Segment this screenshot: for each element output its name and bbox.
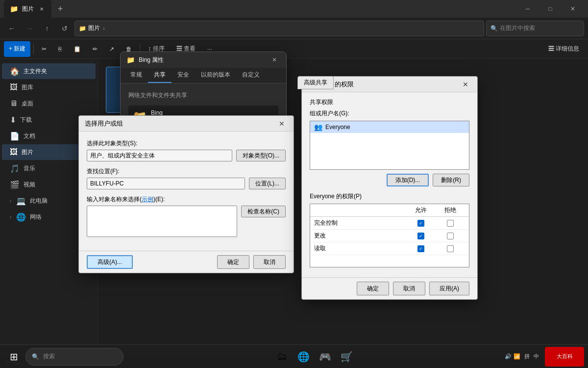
remove-user-button[interactable]: 删除(R)	[433, 174, 469, 186]
tab-icon: 📁	[10, 5, 18, 13]
share-section-title: 网络文件和文件夹共享	[128, 91, 278, 100]
paste-button[interactable]: 📋	[69, 41, 86, 57]
checkbox-allow-change[interactable]: ✓	[417, 233, 424, 239]
deny-col-header: 拒绝	[436, 206, 465, 214]
downloads-icon: ⬇	[10, 115, 16, 125]
taskbar-right: 🔊 📶 拼 中	[505, 353, 539, 360]
perms-close-button[interactable]: ✕	[460, 79, 471, 90]
thispc-icon: 💻	[16, 196, 26, 206]
perms-ok-button[interactable]: 确定	[357, 282, 389, 295]
address-icon: 📁	[79, 25, 86, 32]
cut-button[interactable]: ✂	[37, 41, 51, 57]
new-button[interactable]: + 新建	[4, 41, 30, 57]
taskbar-icon-store[interactable]: 🛒	[337, 347, 356, 367]
time-indicator: 中	[534, 353, 539, 360]
address-separator: ›	[103, 25, 105, 32]
select-user-close-button[interactable]: ✕	[276, 118, 288, 130]
advanced-button[interactable]: 高级(A)...	[87, 255, 133, 269]
user-everyone[interactable]: 👥 Everyone	[310, 121, 469, 133]
tab-previous[interactable]: 以前的版本	[195, 68, 236, 83]
checkbox-deny-fullcontrol[interactable]	[447, 220, 454, 227]
allow-change[interactable]: ✓	[406, 233, 436, 239]
dialog-select-user[interactable]: 选择用户或组 ✕ 选择此对象类型(S): 用户、组或内置安全主体 对象类型(O)…	[78, 115, 294, 273]
sidebar-item-gallery[interactable]: 🖼 图库	[2, 79, 96, 95]
dialog-perms[interactable]: 📁 Bing 的权限 ✕ 共享权限 组或用户名(G): 👥 Everyone 添…	[301, 76, 478, 300]
videos-icon: 🎬	[10, 180, 20, 189]
add-remove-buttons: 添加(D)... 删除(R)	[310, 174, 469, 186]
add-user-button[interactable]: 添加(D)...	[387, 174, 429, 186]
maximize-button[interactable]: □	[539, 0, 562, 18]
select-user-title-bar: 选择用户或组 ✕	[79, 116, 294, 131]
check-names-button[interactable]: 检查名称(C)	[241, 206, 286, 217]
search-icon: 🔍	[490, 25, 498, 32]
tab-label: 图片	[22, 5, 34, 13]
deny-read[interactable]	[436, 245, 465, 252]
perms-table-header: 允许 拒绝	[310, 204, 469, 217]
close-button[interactable]: ✕	[562, 0, 584, 18]
deny-change[interactable]	[436, 233, 465, 239]
start-button[interactable]: ⊞	[4, 347, 24, 367]
rename-button[interactable]: ✏	[88, 41, 102, 57]
taskbar-search[interactable]: 🔍 搜索	[25, 348, 123, 366]
tab-close-button[interactable]: ✕	[38, 5, 46, 13]
location-label: 查找位置(F):	[87, 167, 286, 176]
perms-cancel-button[interactable]: 取消	[393, 282, 425, 295]
allow-read[interactable]: ✓	[406, 245, 436, 252]
taskbar-icon-game[interactable]: 🎮	[315, 347, 335, 367]
checkbox-deny-change[interactable]	[447, 233, 454, 239]
select-user-cancel-button[interactable]: 取消	[253, 255, 286, 269]
select-user-ok-button[interactable]: 确定	[217, 255, 249, 269]
object-name-input[interactable]	[87, 206, 237, 237]
address-bar[interactable]: 📁 图片 ›	[74, 21, 484, 36]
tab-share[interactable]: 共享	[148, 68, 172, 83]
music-icon: 🎵	[10, 164, 20, 173]
up-button[interactable]: ↑	[39, 21, 55, 36]
minimize-button[interactable]: ─	[516, 0, 539, 18]
bing-props-close-button[interactable]: ✕	[269, 54, 280, 66]
object-type-value: 用户、组或内置安全主体	[87, 150, 232, 161]
share-button[interactable]: ↗	[104, 41, 119, 57]
allow-fullcontrol[interactable]: ✓	[406, 220, 436, 227]
tab-custom[interactable]: 自定义	[236, 68, 266, 83]
sidebar-label-network: 网络	[30, 213, 42, 221]
refresh-button[interactable]: ↺	[57, 21, 73, 36]
object-type-button[interactable]: 对象类型(O)...	[236, 150, 286, 161]
perm-row-change: 更改 ✓	[310, 230, 469, 242]
details-button[interactable]: ☰ 详细信息	[543, 41, 584, 57]
object-type-row: 用户、组或内置安全主体 对象类型(O)...	[87, 150, 286, 161]
sidebar-item-home[interactable]: 🏠 主文件夹	[2, 63, 96, 79]
desktop-icon: 🖥	[10, 99, 18, 108]
checkbox-allow-fullcontrol[interactable]: ✓	[417, 220, 424, 227]
perm-row-read: 读取 ✓	[310, 242, 469, 255]
back-button[interactable]: ←	[4, 21, 20, 36]
search-bar[interactable]: 🔍 在图片中搜索	[486, 21, 584, 36]
new-tab-button[interactable]: +	[51, 0, 69, 18]
copy-button[interactable]: ⎘	[53, 41, 67, 57]
example-link[interactable]: 示例	[142, 196, 153, 203]
taskbar-icon-earth[interactable]: 🌐	[294, 347, 313, 367]
checkbox-deny-read[interactable]	[447, 245, 454, 252]
pictures-icon: 🖼	[10, 148, 18, 157]
tab-security[interactable]: 安全	[172, 68, 195, 83]
title-bar: 📁 图片 ✕ + ─ □ ✕	[0, 0, 588, 18]
enter-object-row: 检查名称(C)	[87, 206, 286, 237]
tab-general[interactable]: 常规	[124, 68, 148, 83]
perm-name-read: 读取	[314, 244, 406, 253]
nav-bar: ← → ↑ ↺ 📁 图片 › 🔍 在图片中搜索	[0, 18, 588, 39]
tab-pictures[interactable]: 📁 图片 ✕	[4, 0, 51, 18]
taskbar-center: 🗂 🌐 🎮 🛒	[125, 347, 503, 367]
location-button[interactable]: 位置(L)...	[249, 178, 286, 189]
deny-fullcontrol[interactable]	[436, 220, 465, 227]
allow-col-header: 允许	[406, 206, 436, 214]
users-list[interactable]: 👥 Everyone	[310, 121, 469, 170]
perms-apply-button[interactable]: 应用(A)	[429, 282, 469, 295]
checkbox-allow-read[interactable]: ✓	[417, 245, 424, 252]
forward-button[interactable]: →	[22, 21, 37, 36]
sidebar-item-desktop[interactable]: 🖥 桌面	[2, 96, 96, 111]
everyone-perms-label: Everyone 的权限(P)	[310, 192, 469, 201]
taskbar-icon-files[interactable]: 🗂	[272, 347, 292, 367]
location-value: BILLYFU-PC	[87, 178, 245, 189]
sidebar-label-downloads: 下载	[20, 116, 32, 124]
perms-title-icon: 📁	[308, 80, 316, 88]
ime-indicator[interactable]: 拼	[524, 353, 530, 360]
